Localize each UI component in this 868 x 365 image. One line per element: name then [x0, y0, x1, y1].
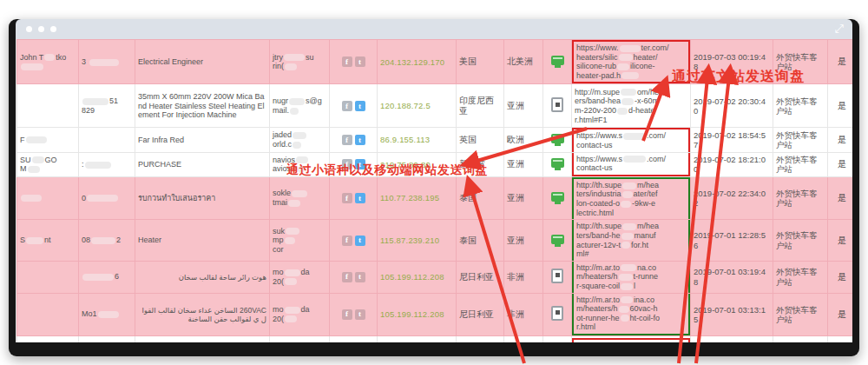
cell-url: http://th.supem/heaters/industriaater/te…: [572, 176, 691, 219]
cell-device: [543, 293, 572, 335]
cell-continent: 亚洲: [504, 84, 543, 128]
cell-confirm: 是: [828, 152, 853, 176]
cell-device: [543, 336, 572, 342]
cell-subject: PURCHASE: [135, 152, 270, 176]
cell-source: 外贸快车客户站: [773, 176, 828, 219]
cell-phone: 5492: [79, 336, 135, 342]
cell-continent: 北美洲: [504, 40, 543, 84]
twitter-icon[interactable]: t: [355, 193, 365, 203]
cell-subject: Electrical Engineer: [135, 40, 270, 84]
cell-continent: 亚洲: [504, 152, 543, 176]
cell-confirm: 是: [828, 84, 853, 128]
cell-country: 尼日利亚: [457, 261, 504, 293]
facebook-icon[interactable]: f: [342, 309, 352, 320]
cell-continent: 非洲: [504, 293, 543, 335]
cell-continent: 亚洲: [504, 176, 543, 219]
facebook-icon[interactable]: f: [342, 272, 352, 282]
redacted-text: [286, 228, 299, 235]
cell-datetime: 2019-06-30 04:45:48: [691, 336, 773, 342]
cell-social: ft: [330, 40, 378, 84]
facebook-icon[interactable]: f: [342, 193, 352, 203]
cell-subject: Far Infra Red: [135, 128, 270, 152]
cell-social: ft: [330, 176, 378, 219]
facebook-icon[interactable]: f: [342, 236, 352, 246]
twitter-icon[interactable]: t: [355, 135, 365, 145]
cell-name: Snt: [17, 220, 79, 261]
redacted-text: [621, 296, 633, 303]
twitter-icon[interactable]: t: [355, 56, 365, 67]
cell-subject: 35mm X 60mm 220V 200W Mica Band Heater S…: [135, 84, 270, 128]
redacted-text: [617, 108, 628, 115]
cell-continent: 亚洲: [504, 220, 543, 261]
expand-icon[interactable]: ⤢: [835, 23, 844, 35]
cell-email: jadedorld.c: [270, 128, 330, 152]
cell-url: https://www.s.com/contact-us: [572, 152, 691, 176]
cell-email: sukmpcor: [270, 220, 330, 261]
twitter-icon[interactable]: t: [355, 101, 365, 111]
cell-device: [543, 152, 572, 176]
table-row: 5182935mm X 60mm 220V 200W Mica Band Hea…: [17, 84, 853, 128]
cell-country: 尼日利亚: [457, 293, 504, 335]
cell-ip: 115.87.239.210: [378, 220, 457, 261]
facebook-icon[interactable]: f: [342, 135, 352, 145]
redacted-text: [621, 283, 633, 290]
redacted-text: [285, 315, 297, 322]
redacted-text: [621, 233, 634, 240]
cell-name: [17, 261, 79, 293]
cell-confirm: 是: [828, 261, 853, 293]
mobile-icon: [551, 97, 563, 112]
cell-phone: Mo1: [79, 293, 135, 335]
redacted-text: [622, 223, 636, 230]
cell-confirm: 是: [828, 40, 853, 84]
cell-social: ft: [330, 84, 378, 128]
cell-ip: 120.188.72.5: [378, 84, 457, 128]
cell-name: [17, 293, 79, 335]
redacted-text: [284, 54, 305, 61]
redacted-text: [285, 63, 297, 70]
window-dot-icon[interactable]: [50, 26, 56, 32]
table-row: FFar Infra Redjadedorld.cft86.9.155.113英…: [17, 128, 853, 152]
cell-social: ft: [330, 261, 378, 293]
table-row: His Zu5492ManagerhecrsistTft181.44.131.9…: [17, 336, 853, 342]
twitter-icon[interactable]: t: [355, 236, 365, 246]
cell-device: [543, 220, 572, 261]
cell-device: [543, 40, 572, 84]
redacted-text: [82, 98, 108, 105]
cell-source: 外贸快车客户站: [773, 261, 828, 293]
redacted-text: [288, 200, 300, 207]
redacted-text: [44, 54, 55, 61]
redacted-text: [89, 59, 119, 66]
twitter-icon[interactable]: t: [355, 309, 365, 320]
cell-ip: 181.44.131.91: [378, 336, 457, 342]
redacted-text: [91, 237, 115, 244]
cell-subject: 260VAC الساخن عداء سخان لقالب القوال ي ل…: [135, 293, 270, 335]
desktop-icon: [551, 134, 564, 143]
redacted-text: [619, 274, 633, 281]
table-row: Mo1260VAC الساخن عداء سخان لقالب القوال …: [17, 293, 853, 335]
cell-phone: 51829: [79, 84, 135, 128]
redacted-text: [290, 108, 299, 115]
facebook-icon[interactable]: f: [342, 56, 352, 67]
redacted-text: [621, 315, 629, 322]
cell-name: SUGOM: [17, 152, 79, 176]
cell-url: http://th.supem/heaters/band-hemanufactu…: [572, 220, 691, 261]
window-dot-icon[interactable]: [26, 26, 32, 32]
window-dot-icon[interactable]: [38, 26, 44, 32]
cell-datetime: 2019-07-01 03:13:15: [691, 293, 773, 335]
desktop-icon: [551, 235, 564, 244]
cell-device: [543, 128, 572, 152]
cell-name: [17, 84, 79, 128]
redacted-text: [26, 237, 43, 244]
facebook-icon[interactable]: f: [342, 101, 352, 111]
cell-source: 外贸快车客户站: [773, 293, 828, 335]
cell-source: 外贸快车客户站: [773, 220, 828, 261]
cell-social: ft: [330, 128, 378, 152]
annotation-minor-language: 通过小语种以及移动端网站发送询盘: [286, 163, 488, 178]
cell-social: ft: [330, 220, 378, 261]
window-controls[interactable]: [26, 26, 56, 32]
twitter-icon[interactable]: t: [355, 272, 365, 282]
redacted-text: [289, 98, 305, 105]
cell-name: [17, 176, 79, 219]
redacted-text: [85, 162, 111, 169]
redacted-text: [26, 136, 47, 143]
